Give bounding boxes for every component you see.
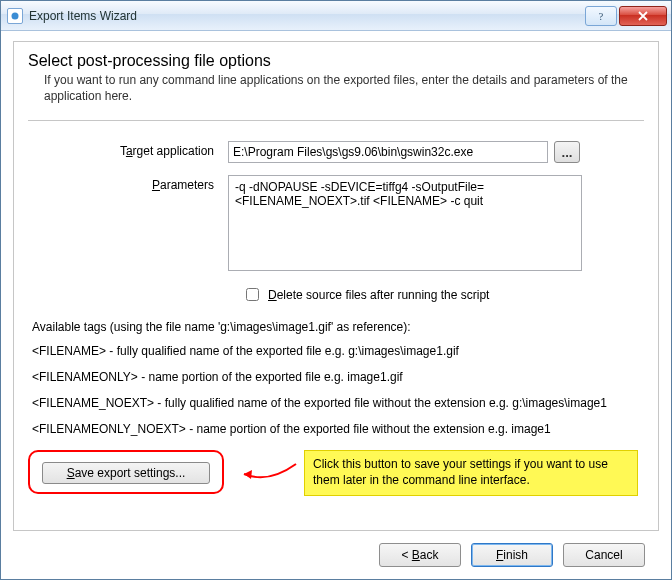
target-application-label: Target application [28,141,228,158]
tag-filenameonly-noext: <FILENAMEONLY_NOEXT> - name portion of t… [32,422,644,436]
help-icon: ? [595,10,607,22]
delete-source-checkbox[interactable] [246,288,259,301]
main-panel: Select post-processing file options If y… [13,41,659,531]
app-icon [7,8,23,24]
save-export-settings-button[interactable]: Save export settings... [42,462,210,484]
cancel-button[interactable]: Cancel [563,543,645,567]
browse-button[interactable]: ... [554,141,580,163]
target-application-input[interactable] [228,141,548,163]
page-heading: Select post-processing file options [28,52,644,70]
dialog-window: Export Items Wizard ? Select post-proces… [0,0,672,580]
annotation-callout: Click this button to save your settings … [304,450,638,495]
close-icon [637,10,649,22]
svg-point-0 [12,12,19,19]
parameters-textarea[interactable]: -q -dNOPAUSE -sDEVICE=tiffg4 -sOutputFil… [228,175,582,271]
parameters-row: Parameters -q -dNOPAUSE -sDEVICE=tiffg4 … [28,175,644,271]
target-application-row: Target application ... [28,141,644,163]
save-annotation-wrap: Save export settings... Click this butto… [28,450,644,506]
back-button[interactable]: < Back [379,543,461,567]
window-title: Export Items Wizard [29,9,583,23]
delete-source-row: Delete source files after running the sc… [242,285,644,304]
titlebar: Export Items Wizard ? [1,1,671,31]
content-area: Select post-processing file options If y… [1,31,671,579]
help-button[interactable]: ? [585,6,617,26]
tag-filename-noext: <FILENAME_NOEXT> - fully qualified name … [32,396,644,410]
tag-filenameonly: <FILENAMEONLY> - name portion of the exp… [32,370,644,384]
window-buttons: ? [583,6,667,26]
separator [28,120,644,121]
close-button[interactable] [619,6,667,26]
delete-source-label: Delete source files after running the sc… [268,288,489,302]
footer-buttons: < Back Finish Cancel [13,531,659,579]
tags-intro: Available tags (using the file name 'g:\… [32,320,644,334]
svg-text:?: ? [599,11,604,22]
tag-filename: <FILENAME> - fully qualified name of the… [32,344,644,358]
parameters-label: Parameters [28,175,228,192]
finish-button[interactable]: Finish [471,543,553,567]
page-description: If you want to run any command line appl… [44,72,644,104]
annotation-arrow [238,460,298,486]
